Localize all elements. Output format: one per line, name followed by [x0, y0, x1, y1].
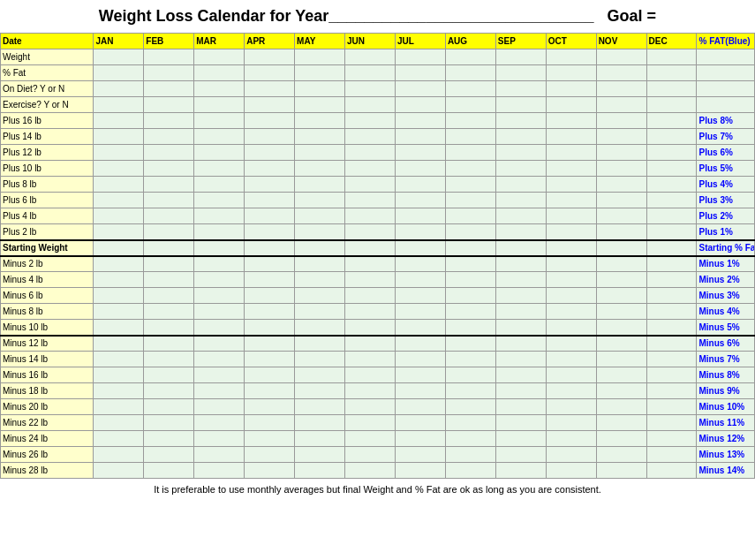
data-cell[interactable]	[395, 65, 445, 81]
data-cell[interactable]	[245, 65, 295, 81]
data-cell[interactable]	[395, 399, 445, 415]
data-cell[interactable]	[445, 352, 495, 367]
data-cell[interactable]	[646, 240, 697, 256]
data-cell[interactable]	[646, 145, 697, 161]
data-cell[interactable]	[445, 65, 495, 81]
data-cell[interactable]	[194, 447, 245, 463]
data-cell[interactable]	[395, 129, 445, 145]
data-cell[interactable]	[445, 256, 495, 272]
data-cell[interactable]	[345, 336, 396, 352]
data-cell[interactable]	[295, 113, 345, 129]
data-cell[interactable]	[596, 399, 646, 415]
data-cell[interactable]	[194, 399, 245, 415]
data-cell[interactable]	[445, 49, 495, 65]
data-cell[interactable]	[94, 415, 144, 431]
data-cell[interactable]	[295, 145, 345, 161]
data-cell[interactable]	[395, 193, 445, 208]
data-cell[interactable]	[546, 352, 596, 367]
data-cell[interactable]	[144, 383, 194, 399]
data-cell[interactable]	[194, 177, 245, 193]
data-cell[interactable]	[345, 320, 396, 336]
data-cell[interactable]	[295, 463, 345, 479]
data-cell[interactable]	[495, 431, 546, 447]
data-cell[interactable]	[295, 367, 345, 383]
data-cell[interactable]	[94, 240, 144, 256]
data-cell[interactable]	[445, 399, 495, 415]
data-cell[interactable]	[295, 383, 345, 399]
data-cell[interactable]	[646, 272, 697, 288]
data-cell[interactable]	[94, 431, 144, 447]
data-cell[interactable]	[245, 288, 295, 304]
data-cell[interactable]	[546, 431, 596, 447]
data-cell[interactable]	[395, 208, 445, 224]
data-cell[interactable]	[345, 431, 396, 447]
data-cell[interactable]	[144, 320, 194, 336]
data-cell[interactable]	[646, 320, 697, 336]
data-cell[interactable]	[345, 65, 396, 81]
data-cell[interactable]	[395, 352, 445, 367]
data-cell[interactable]	[94, 208, 144, 224]
data-cell[interactable]	[395, 161, 445, 177]
data-cell[interactable]	[295, 208, 345, 224]
data-cell[interactable]	[94, 161, 144, 177]
data-cell[interactable]	[194, 463, 245, 479]
data-cell[interactable]	[144, 272, 194, 288]
data-cell[interactable]	[395, 49, 445, 65]
data-cell[interactable]	[596, 177, 646, 193]
data-cell[interactable]	[395, 97, 445, 113]
data-cell[interactable]	[646, 49, 697, 65]
data-cell[interactable]	[245, 415, 295, 431]
data-cell[interactable]	[245, 463, 295, 479]
data-cell[interactable]	[94, 97, 144, 113]
data-cell[interactable]	[245, 49, 295, 65]
data-cell[interactable]	[245, 447, 295, 463]
data-cell[interactable]	[94, 367, 144, 383]
data-cell[interactable]	[546, 272, 596, 288]
data-cell[interactable]	[295, 193, 345, 208]
data-cell[interactable]	[596, 81, 646, 97]
data-cell[interactable]	[546, 256, 596, 272]
data-cell[interactable]	[295, 224, 345, 240]
data-cell[interactable]	[445, 336, 495, 352]
data-cell[interactable]	[295, 288, 345, 304]
data-cell[interactable]	[194, 272, 245, 288]
data-cell[interactable]	[295, 81, 345, 97]
data-cell[interactable]	[546, 240, 596, 256]
data-cell[interactable]	[94, 129, 144, 145]
data-cell[interactable]	[546, 177, 596, 193]
data-cell[interactable]	[144, 177, 194, 193]
data-cell[interactable]	[144, 161, 194, 177]
data-cell[interactable]	[94, 256, 144, 272]
data-cell[interactable]	[94, 65, 144, 81]
data-cell[interactable]	[445, 431, 495, 447]
data-cell[interactable]	[445, 272, 495, 288]
data-cell[interactable]	[144, 145, 194, 161]
data-cell[interactable]	[144, 463, 194, 479]
data-cell[interactable]	[495, 145, 546, 161]
data-cell[interactable]	[395, 272, 445, 288]
data-cell[interactable]	[194, 129, 245, 145]
data-cell[interactable]	[646, 383, 697, 399]
data-cell[interactable]	[546, 145, 596, 161]
data-cell[interactable]	[144, 193, 194, 208]
data-cell[interactable]	[495, 336, 546, 352]
data-cell[interactable]	[495, 97, 546, 113]
data-cell[interactable]	[395, 240, 445, 256]
data-cell[interactable]	[395, 81, 445, 97]
data-cell[interactable]	[245, 113, 295, 129]
data-cell[interactable]	[94, 447, 144, 463]
data-cell[interactable]	[646, 256, 697, 272]
data-cell[interactable]	[94, 145, 144, 161]
data-cell[interactable]	[495, 129, 546, 145]
data-cell[interactable]	[495, 288, 546, 304]
data-cell[interactable]	[445, 145, 495, 161]
data-cell[interactable]	[245, 304, 295, 320]
data-cell[interactable]	[445, 447, 495, 463]
data-cell[interactable]	[144, 304, 194, 320]
data-cell[interactable]	[345, 288, 396, 304]
data-cell[interactable]	[194, 336, 245, 352]
data-cell[interactable]	[295, 399, 345, 415]
data-cell[interactable]	[295, 161, 345, 177]
data-cell[interactable]	[295, 129, 345, 145]
data-cell[interactable]	[94, 81, 144, 97]
